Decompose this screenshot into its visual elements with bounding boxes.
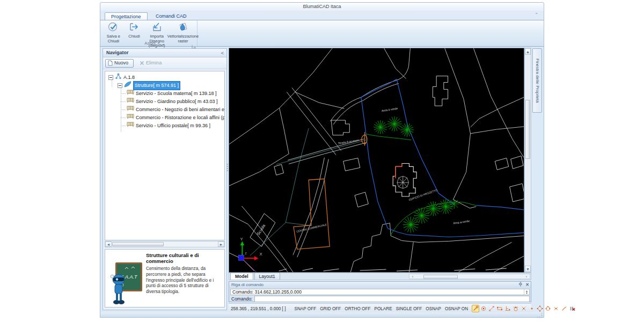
perpendicular-snap-icon[interactable]: [504, 305, 511, 312]
navigator-collapse-icon[interactable]: <: [221, 49, 224, 57]
delete-button[interactable]: Elimina: [137, 59, 167, 67]
import-drawing-button[interactable]: Importa Disegno (dwg/dxf): [144, 20, 169, 42]
node-snap-icon[interactable]: [528, 305, 536, 312]
command-line-panel: Riga di comando ✕ Comando: 314.662,120.2…: [229, 281, 531, 302]
scroll-left-arrow[interactable]: ‹: [409, 274, 416, 279]
leaf-icon: [124, 81, 131, 90]
command-prompt-label: Comando:: [230, 296, 254, 302]
ribbon-collapse-icon[interactable]: ⌃: [535, 12, 538, 17]
toggle-ortho[interactable]: ORTHO OFF: [345, 306, 370, 311]
structure-table-icon: [127, 90, 134, 98]
toggle-snap[interactable]: SNAP OFF: [294, 306, 316, 311]
tree-leaf-item[interactable]: Commercio - Negozio di beni alimentari e…: [105, 106, 224, 114]
viewport-area: Area a verde Strada di accesso CENTRO CO…: [229, 48, 531, 280]
scrollbar-thumb[interactable]: [112, 242, 164, 246]
cursor-coordinates: 258.365 , 219.551 , 0.000 [ ]: [231, 306, 286, 311]
tree-leaf-label: Commercio - Ristorazione e locali affini…: [136, 114, 225, 122]
map-labels: Area a verde Strada di accesso CENTRO CO…: [256, 107, 470, 236]
tree-leaf-label: Commercio - Negozio di beni alimentari e…: [136, 106, 225, 114]
insertion-snap-icon[interactable]: [496, 305, 503, 312]
osnap-icon-toolbar: [472, 305, 576, 312]
cad-canvas[interactable]: Area a verde Strada di accesso CENTRO CO…: [229, 48, 524, 273]
layout-tab-bar: Model Layout1 ‹ ›: [229, 273, 531, 280]
ribbon: Salva e Chiudi Chiudi Importa Disegno (d…: [100, 20, 544, 47]
tree-root-label: A.1.8: [123, 74, 135, 82]
scroll-up-arrow[interactable]: ▲: [525, 48, 531, 55]
toggle-single[interactable]: SINGLE OFF: [396, 306, 422, 311]
new-document-icon: [108, 60, 113, 66]
ribbon-tab-row: Progettazione Comandi CAD ⌃: [100, 11, 544, 20]
structure-table-icon: [127, 114, 134, 122]
scroll-right-arrow[interactable]: ►: [218, 241, 224, 247]
raster-vectorize-button[interactable]: Vettorializzazione raster: [169, 20, 197, 42]
map-blue-boundary: [361, 79, 524, 237]
mascot-image: S.A.A.T: [109, 261, 143, 308]
tree-leaf-item[interactable]: Servizio - Ufficio postale[ m 99.36 ]: [105, 122, 224, 130]
import-drawing-icon: [151, 21, 162, 34]
tree-node-root[interactable]: A.1.8: [105, 74, 224, 82]
navigator-header: Navigator <: [103, 49, 226, 57]
tab-model[interactable]: Model: [230, 273, 253, 280]
endpoint-snap-icon[interactable]: [488, 305, 495, 312]
scroll-left-arrow[interactable]: ◄: [105, 241, 112, 247]
apparent-intersection-snap-icon[interactable]: [552, 305, 560, 312]
map-bottom-dashes: [279, 268, 507, 271]
command-input[interactable]: [254, 296, 530, 302]
structure-table-icon: [127, 122, 134, 130]
new-button[interactable]: Nuovo: [105, 59, 134, 68]
circle-center-snap-icon[interactable]: [544, 305, 552, 312]
save-close-check-icon: [108, 21, 119, 34]
tree-horizontal-scrollbar[interactable]: ◄ ►: [105, 241, 225, 247]
map-buildings: [250, 76, 524, 247]
collapse-minus-icon[interactable]: [108, 75, 113, 80]
tab-layout1[interactable]: Layout1: [254, 273, 280, 280]
toggle-polare[interactable]: POLARE: [374, 306, 392, 311]
command-history[interactable]: Comando: 314.662,120.255,0.000 ▲▼: [230, 289, 530, 295]
toggle-osnap[interactable]: OSNAP: [426, 306, 441, 311]
properties-window-tab[interactable]: Finestra delle Proprietà: [532, 48, 542, 113]
delete-x-icon: [140, 61, 144, 65]
history-spinner[interactable]: ▲▼: [524, 289, 529, 295]
tree-selected-label: Strutture[ m 574.91 ]: [133, 81, 180, 90]
close-button[interactable]: Chiudi: [124, 20, 145, 42]
scroll-right-arrow[interactable]: ›: [523, 274, 530, 279]
pin-icon[interactable]: [518, 282, 523, 289]
structure-info-panel: Strutture culturali e di commercio Censi…: [105, 249, 225, 308]
resize-grip[interactable]: [537, 311, 543, 316]
scrollbar-thumb[interactable]: [423, 275, 458, 279]
scrollbar-thumb[interactable]: [525, 100, 530, 159]
ucs-x-label: X: [260, 252, 263, 257]
toggle-grid[interactable]: GRID OFF: [320, 306, 341, 311]
button-label: Chiudi: [128, 34, 140, 39]
save-close-button[interactable]: Salva e Chiudi: [103, 20, 124, 42]
center-snap-icon[interactable]: [480, 305, 487, 312]
structure-table-icon: [127, 106, 134, 114]
tab-comandi-cad[interactable]: Comandi CAD: [150, 12, 193, 20]
tree-leaf-item[interactable]: Servizio - Giardino pubblico[ m 43.03 ]: [105, 98, 224, 106]
ribbon-group-azioni: Salva e Chiudi Chiudi Importa Disegno (d…: [103, 20, 197, 46]
map-edificio-progetto: [392, 163, 416, 196]
tree-leaf-item[interactable]: Commercio - Ristorazione e locali affini…: [105, 114, 224, 122]
osnap-marker-icon[interactable]: [472, 305, 479, 312]
dialog-launcher-icon[interactable]: [192, 41, 196, 46]
toggle-osnap-on[interactable]: OSNAP ON: [445, 306, 468, 311]
viewport-vertical-scrollbar[interactable]: ▲ ▼: [524, 48, 531, 273]
layout-horizontal-scrollbar[interactable]: ‹ ›: [409, 274, 530, 279]
close-icon[interactable]: ✕: [525, 282, 529, 288]
intersection-snap-icon[interactable]: [520, 305, 528, 312]
scroll-down-arrow[interactable]: ▼: [525, 266, 531, 272]
tree-node-strutture[interactable]: Strutture[ m 574.91 ]: [105, 82, 224, 90]
command-history-text: Comando: 314.662,120.255,0.000: [232, 289, 302, 295]
nearest-snap-icon[interactable]: [560, 305, 568, 312]
project-node-icon: [115, 73, 122, 82]
tree-leaf-label: Servizio - Giardino pubblico[ m 43.03 ]: [136, 98, 218, 106]
tree-leaf-item[interactable]: Servizio - Scuola materna[ m 139.18 ]: [105, 90, 224, 98]
tangent-snap-icon[interactable]: [512, 305, 519, 312]
navigator-toolbar: Nuovo Elimina: [103, 57, 226, 69]
delete-button-label: Elimina: [146, 60, 162, 65]
tree-leaf-label: Servizio - Ufficio postale[ m 99.36 ]: [136, 122, 210, 130]
collapse-minus-icon[interactable]: [118, 83, 122, 88]
close-arrow-icon: [129, 21, 140, 34]
tree-leaf-label: Servizio - Scuola materna[ m 139.18 ]: [136, 90, 217, 98]
clear-snaps-icon[interactable]: [568, 305, 576, 312]
